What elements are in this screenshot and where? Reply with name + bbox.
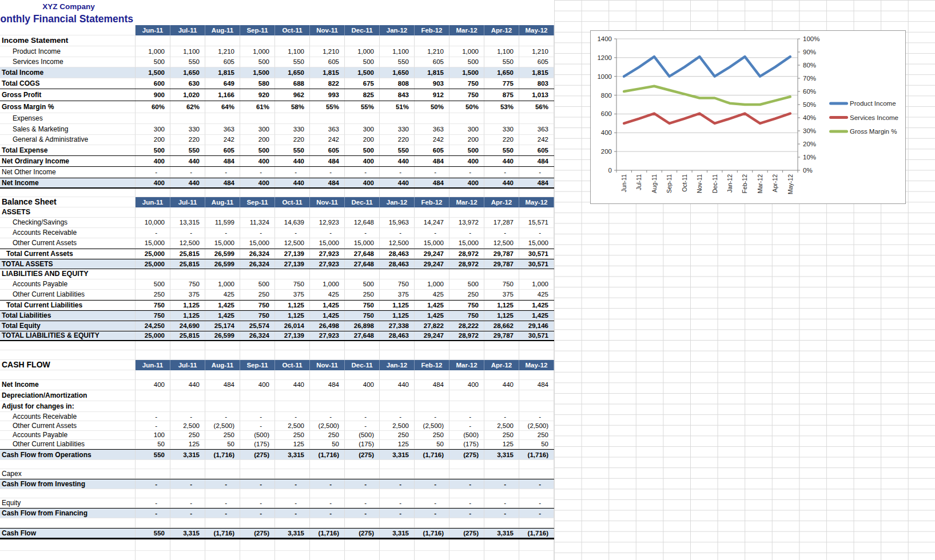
cell-value[interactable]: 484 <box>310 380 345 391</box>
cell-value[interactable]: - <box>275 498 310 508</box>
cell-value[interactable] <box>310 401 345 412</box>
cell-value[interactable] <box>240 460 275 469</box>
row-label[interactable]: TOTAL LIABILITIES & EQUITY <box>0 331 136 340</box>
cell-value[interactable]: - <box>310 228 345 238</box>
column-header-month[interactable]: Apr-12 <box>484 197 519 207</box>
cell-value[interactable]: 12,500 <box>484 238 519 249</box>
cell-value[interactable]: - <box>275 479 310 489</box>
row-label[interactable]: Other Current Liabilities <box>0 290 136 300</box>
cell-value[interactable]: 27,338 <box>380 321 415 331</box>
cell-value[interactable]: 17,287 <box>484 218 519 228</box>
column-header-month[interactable]: Jan-12 <box>380 25 415 35</box>
cell-value[interactable]: 60% <box>136 101 170 113</box>
cell-value[interactable]: 1,650 <box>275 67 310 78</box>
cell-value[interactable]: - <box>484 498 519 508</box>
cell-value[interactable] <box>519 189 554 197</box>
cell-value[interactable] <box>415 341 449 351</box>
cell-value[interactable]: 27,923 <box>310 331 345 340</box>
cell-value[interactable] <box>380 460 415 469</box>
row-label[interactable]: TOTAL ASSETS <box>0 259 136 269</box>
cell-value[interactable]: 28,463 <box>380 249 415 259</box>
cell-value[interactable]: 26,324 <box>240 249 275 259</box>
cell-value[interactable] <box>136 269 170 279</box>
cell-value[interactable]: 750 <box>240 311 275 321</box>
row-label[interactable]: Cash Flow <box>0 529 136 538</box>
cell-value[interactable]: 912 <box>415 89 449 101</box>
cell-value[interactable]: 50 <box>205 440 240 449</box>
cell-value[interactable]: 500 <box>136 145 170 155</box>
column-header-month[interactable]: Dec-11 <box>345 197 380 207</box>
cell-value[interactable]: (1,716) <box>205 529 240 538</box>
cell-value[interactable] <box>310 189 345 197</box>
cell-value[interactable]: 26,324 <box>240 331 275 340</box>
row-label[interactable]: Accounts Payable <box>0 279 136 290</box>
cell-value[interactable]: 425 <box>205 290 240 300</box>
cell-value[interactable]: 25,000 <box>136 259 170 269</box>
cell-value[interactable] <box>345 539 380 551</box>
row-label[interactable]: Capex <box>0 469 136 479</box>
column-header-month[interactable]: Jul-11 <box>170 360 205 370</box>
cell-value[interactable]: 1,425 <box>205 311 240 321</box>
cell-value[interactable]: 1,815 <box>415 67 449 78</box>
cell-value[interactable]: 1,000 <box>519 279 554 290</box>
cell-value[interactable]: 425 <box>415 290 449 300</box>
cell-value[interactable]: 500 <box>240 145 275 155</box>
cell-value[interactable]: 400 <box>240 178 275 187</box>
cell-value[interactable] <box>205 551 240 560</box>
cell-value[interactable] <box>205 460 240 469</box>
cell-value[interactable] <box>170 518 205 528</box>
cell-value[interactable]: 26,498 <box>310 321 345 331</box>
cell-value[interactable]: 1,500 <box>449 67 484 78</box>
income-statement-title[interactable] <box>0 25 136 35</box>
cell-value[interactable]: 750 <box>136 311 170 321</box>
cell-value[interactable] <box>170 269 205 279</box>
cell-value[interactable] <box>136 518 170 528</box>
cell-value[interactable] <box>519 113 554 124</box>
cell-value[interactable]: 50% <box>449 101 484 113</box>
cell-value[interactable] <box>345 370 380 380</box>
cell-value[interactable] <box>240 390 275 401</box>
cell-value[interactable]: 15,000 <box>240 238 275 249</box>
column-header-month[interactable]: Nov-11 <box>310 25 345 35</box>
cell-value[interactable]: 220 <box>484 135 519 146</box>
cell-value[interactable] <box>205 341 240 351</box>
column-header-month[interactable]: Mar-12 <box>449 25 484 35</box>
row-label[interactable]: Other Current Liabilities <box>0 440 136 449</box>
cell-value[interactable]: 29,247 <box>415 259 449 269</box>
cell-value[interactable] <box>240 113 275 124</box>
cell-value[interactable]: (500) <box>345 431 380 440</box>
cell-value[interactable] <box>415 551 449 560</box>
cell-value[interactable]: 300 <box>345 124 380 135</box>
cell-value[interactable]: 649 <box>205 78 240 89</box>
column-header-month[interactable]: Feb-12 <box>415 360 449 370</box>
cell-value[interactable]: 29,787 <box>484 249 519 259</box>
cell-value[interactable]: 300 <box>240 124 275 135</box>
cell-value[interactable] <box>240 539 275 551</box>
cell-value[interactable]: 30,571 <box>519 249 554 259</box>
cell-value[interactable]: 500 <box>345 279 380 290</box>
cell-value[interactable] <box>136 341 170 351</box>
cell-value[interactable]: 605 <box>310 57 345 68</box>
row-label[interactable]: ASSETS <box>0 207 136 218</box>
column-header-month[interactable]: Dec-11 <box>345 25 380 35</box>
cell-value[interactable]: 1,125 <box>275 301 310 310</box>
cell-value[interactable]: 605 <box>519 57 554 68</box>
cell-value[interactable] <box>275 539 310 551</box>
cell-value[interactable]: 55% <box>345 101 380 113</box>
cell-value[interactable] <box>345 207 380 218</box>
column-header-month[interactable]: Mar-12 <box>449 197 484 207</box>
cell-value[interactable]: 13,315 <box>170 218 205 228</box>
cell-value[interactable]: 375 <box>380 290 415 300</box>
cell-value[interactable]: (275) <box>449 529 484 538</box>
cell-value[interactable]: 250 <box>415 431 449 440</box>
cell-value[interactable] <box>449 551 484 560</box>
cell-value[interactable]: - <box>240 498 275 508</box>
cell-value[interactable]: - <box>240 421 275 430</box>
cell-value[interactable]: (1,716) <box>310 529 345 538</box>
cell-value[interactable]: (500) <box>449 431 484 440</box>
cell-value[interactable] <box>205 189 240 197</box>
cell-value[interactable]: - <box>484 412 519 421</box>
cell-value[interactable]: 500 <box>449 57 484 68</box>
cell-value[interactable] <box>136 539 170 551</box>
cell-value[interactable]: 484 <box>310 156 345 166</box>
